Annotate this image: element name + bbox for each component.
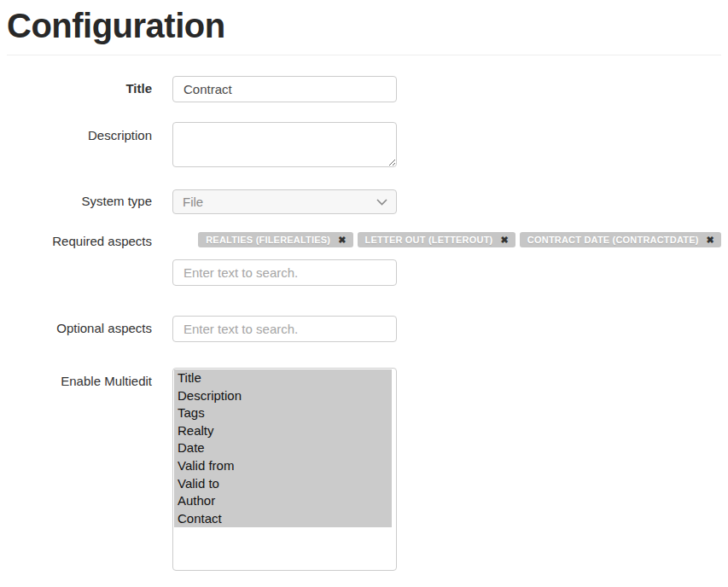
form-row-required-aspects: Required aspects REALTIES (FILEREALTIES)… <box>7 232 721 286</box>
aspect-tag-label: CONTRACT DATE (CONTRACTDATE) <box>527 235 699 245</box>
aspect-tag: CONTRACT DATE (CONTRACTDATE) ✖ <box>520 232 721 247</box>
multiedit-option[interactable]: Valid to <box>174 475 392 493</box>
remove-tag-icon[interactable]: ✖ <box>500 235 508 245</box>
configuration-page: Configuration Title Description System t… <box>0 0 728 571</box>
required-aspects-tags: REALTIES (FILEREALTIES) ✖ LETTER OUT (LE… <box>172 232 721 247</box>
multiedit-option[interactable]: Date <box>174 439 392 457</box>
form-row-enable-multiedit: Enable Multiedit Title Description Tags … <box>7 368 721 571</box>
form-row-title: Title <box>7 76 721 102</box>
remove-tag-icon[interactable]: ✖ <box>338 235 346 245</box>
enable-multiedit-label: Enable Multiedit <box>7 368 152 390</box>
multiedit-listbox[interactable]: Title Description Tags Realty Date Valid… <box>172 368 397 571</box>
multiedit-option[interactable]: Tags <box>174 404 392 422</box>
optional-aspects-label: Optional aspects <box>7 321 152 337</box>
system-type-label: System type <box>7 194 152 210</box>
title-input[interactable] <box>172 76 397 102</box>
multiedit-option[interactable]: Author <box>174 492 392 510</box>
description-label: Description <box>7 122 152 144</box>
divider <box>7 55 721 55</box>
aspect-tag: REALTIES (FILEREALTIES) ✖ <box>198 232 352 247</box>
title-label: Title <box>7 81 152 97</box>
aspect-tag: LETTER OUT (LETTEROUT) ✖ <box>358 232 515 247</box>
aspect-tag-label: REALTIES (FILEREALTIES) <box>206 235 330 245</box>
multiedit-option[interactable]: Contact <box>174 510 392 528</box>
optional-aspects-search-input[interactable] <box>172 316 397 342</box>
system-type-select[interactable]: File <box>172 189 397 214</box>
form-row-system-type: System type File <box>7 189 721 214</box>
form-row-description: Description <box>7 122 721 167</box>
page-title: Configuration <box>7 7 721 44</box>
chevron-down-icon <box>376 199 387 206</box>
multiedit-option[interactable]: Description <box>174 387 392 405</box>
multiedit-option[interactable]: Realty <box>174 422 392 440</box>
remove-tag-icon[interactable]: ✖ <box>707 235 714 245</box>
multiedit-option[interactable]: Valid from <box>174 457 392 475</box>
required-aspects-label: Required aspects <box>7 232 152 250</box>
aspect-tag-label: LETTER OUT (LETTEROUT) <box>365 235 493 245</box>
description-textarea[interactable] <box>172 122 397 167</box>
multiedit-option[interactable]: Title <box>174 369 392 387</box>
required-aspects-search-input[interactable] <box>172 259 397 286</box>
form-row-optional-aspects: Optional aspects <box>7 316 721 342</box>
system-type-value: File <box>183 195 203 209</box>
